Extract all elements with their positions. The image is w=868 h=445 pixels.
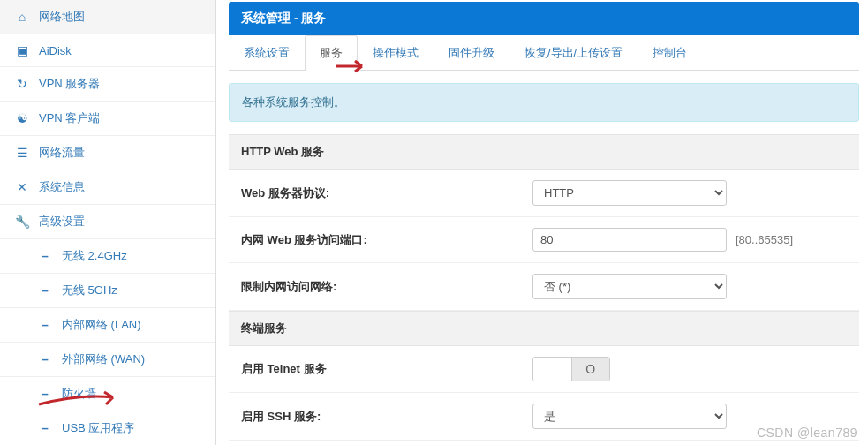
tab-firmware[interactable]: 固件升级: [434, 35, 509, 70]
select-ssh[interactable]: 是: [532, 404, 727, 429]
dash-icon: –: [37, 421, 53, 435]
random-icon: ✕: [14, 180, 30, 194]
label-web-port: 内网 Web 服务访问端口:: [241, 232, 532, 248]
dash-icon: –: [37, 318, 53, 332]
dash-icon: –: [37, 283, 53, 298]
nav-sub-24ghz[interactable]: –无线 2.4GHz: [0, 239, 215, 274]
select-web-protocol[interactable]: HTTP: [532, 180, 727, 206]
home-icon: ⌂: [14, 10, 30, 24]
page-title: 系统管理 - 服务: [229, 2, 859, 35]
nav-sub-wan[interactable]: –外部网络 (WAN): [0, 343, 215, 377]
tabs-bar: 系统设置 服务 操作模式 固件升级 恢复/导出/上传设置 控制台: [229, 35, 859, 71]
hint-web-port: [80..65535]: [736, 233, 793, 246]
input-web-port[interactable]: [532, 228, 727, 252]
nav-sub-usb[interactable]: –USB 应用程序: [0, 411, 215, 445]
annotation-arrow-icon: [334, 58, 369, 74]
nav-traffic[interactable]: ☰网络流量: [0, 136, 215, 170]
main-content: 系统管理 - 服务 系统设置 服务 操作模式 固件升级 恢复/导出/上传设置 控…: [216, 0, 868, 445]
row-gateway-ports: 允许远程端口转发 (GatewayPorts): 否 (*): [229, 441, 859, 445]
tab-restore[interactable]: 恢复/导出/上传设置: [509, 35, 638, 70]
traffic-icon: ☰: [14, 146, 30, 160]
nav-sysinfo[interactable]: ✕系统信息: [0, 170, 215, 205]
row-web-port: 内网 Web 服务访问端口: [80..65535]: [229, 217, 859, 263]
annotation-arrow-icon: [35, 388, 124, 408]
nav-aidisk[interactable]: ▣AiDisk: [0, 34, 215, 67]
nav-advanced[interactable]: 🔧高级设置: [0, 205, 215, 239]
dash-icon: –: [37, 249, 53, 263]
label-web-protocol: Web 服务器协议:: [241, 185, 532, 201]
tab-system-settings[interactable]: 系统设置: [229, 35, 305, 70]
label-restrict-lan: 限制内网访问网络:: [241, 279, 532, 295]
wrench-icon: 🔧: [14, 215, 30, 229]
disk-icon: ▣: [14, 43, 30, 57]
nav-sub-5ghz[interactable]: –无线 5GHz: [0, 274, 215, 308]
sidebar: ⌂网络地图 ▣AiDisk ↻VPN 服务器 ☯VPN 客户端 ☰网络流量 ✕系…: [0, 0, 216, 445]
row-telnet: 启用 Telnet 服务 O: [229, 346, 859, 393]
row-restrict-lan: 限制内网访问网络: 否 (*): [229, 263, 859, 311]
nav-network-map[interactable]: ⌂网络地图: [0, 0, 215, 34]
nav-sub-lan[interactable]: –内部网络 (LAN): [0, 308, 215, 343]
toggle-telnet[interactable]: O: [532, 357, 610, 381]
select-restrict-lan[interactable]: 否 (*): [532, 274, 727, 299]
info-callout: 各种系统服务控制。: [229, 83, 859, 122]
section-terminal-title: 终端服务: [229, 311, 859, 346]
toggle-telnet-right: O: [571, 358, 610, 381]
row-web-protocol: Web 服务器协议: HTTP: [229, 170, 859, 217]
dash-icon: –: [37, 352, 53, 366]
label-ssh: 启用 SSH 服务:: [241, 409, 532, 425]
section-http-title: HTTP Web 服务: [229, 134, 859, 170]
toggle-telnet-left: [533, 358, 571, 381]
nav-vpn-server[interactable]: ↻VPN 服务器: [0, 67, 215, 102]
tab-console[interactable]: 控制台: [638, 35, 702, 70]
label-telnet: 启用 Telnet 服务: [241, 361, 532, 377]
watermark: CSDN @lean789: [757, 426, 857, 440]
nav-vpn-client[interactable]: ☯VPN 客户端: [0, 102, 215, 136]
globe-icon: ☯: [14, 111, 30, 125]
lock-icon: ↻: [14, 77, 30, 91]
